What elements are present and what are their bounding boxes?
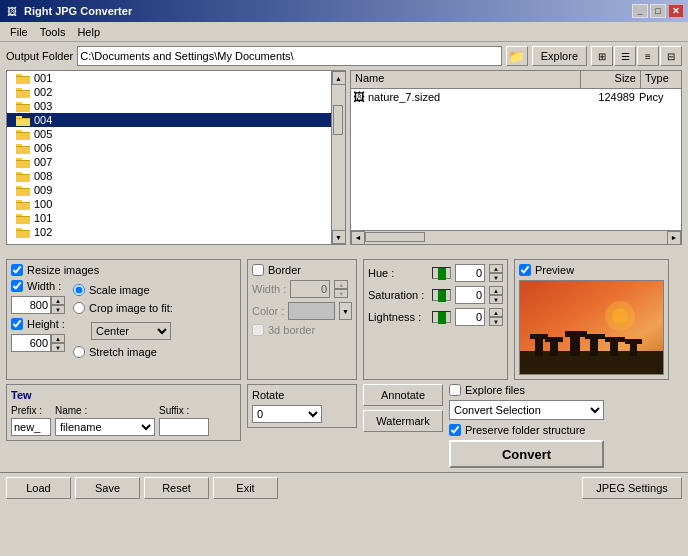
border-checkbox[interactable] — [252, 264, 264, 276]
menu-file[interactable]: File — [4, 24, 34, 40]
h-scroll-left[interactable]: ◄ — [351, 231, 365, 245]
tree-item[interactable]: 100 — [7, 197, 331, 211]
tew-label: Tew — [11, 389, 32, 401]
preserve-checkbox[interactable] — [449, 424, 461, 436]
tree-item[interactable]: 008 — [7, 169, 331, 183]
tree-item[interactable]: 004 — [7, 113, 331, 127]
folder-browse-button[interactable]: 📁 — [506, 46, 528, 66]
file-row-type: Рису — [639, 91, 679, 103]
minimize-button[interactable]: _ — [632, 4, 648, 18]
tree-item[interactable]: 007 — [7, 155, 331, 169]
width-spin-up[interactable]: ▲ — [51, 296, 65, 305]
border-width-spinner: ▲ ▼ — [334, 280, 348, 298]
file-row[interactable]: 🖼 nature_7.sized 124989 Рису — [351, 89, 681, 105]
filenames-header: Tew — [11, 389, 236, 401]
sat-spin-down[interactable]: ▼ — [489, 295, 503, 304]
3d-border-checkbox[interactable] — [252, 324, 264, 336]
stretch-label: Stretch image — [89, 346, 157, 358]
maximize-button[interactable]: □ — [650, 4, 666, 18]
scroll-up-button[interactable]: ▲ — [332, 71, 346, 85]
light-spin-up[interactable]: ▲ — [489, 308, 503, 317]
view-large-button[interactable]: ⊞ — [591, 46, 613, 66]
saturation-input[interactable] — [455, 286, 485, 304]
exit-button[interactable]: Exit — [213, 477, 278, 499]
saturation-slider[interactable] — [432, 289, 451, 301]
view-list-button[interactable]: ≡ — [637, 46, 659, 66]
file-row-name: 🖼 nature_7.sized — [353, 90, 579, 104]
tree-item[interactable]: 003 — [7, 99, 331, 113]
output-folder-input[interactable] — [77, 46, 501, 66]
explore-button[interactable]: Explore — [532, 46, 587, 66]
scroll-thumb[interactable] — [333, 105, 343, 135]
rotate-panel: Rotate 0 90 180 270 — [247, 384, 357, 428]
save-button[interactable]: Save — [75, 477, 140, 499]
lightness-slider[interactable] — [432, 311, 451, 323]
view-detail-button[interactable]: ⊟ — [660, 46, 682, 66]
annotate-panel: Annotate Watermark — [363, 384, 443, 432]
hue-spin-up[interactable]: ▲ — [489, 264, 503, 273]
controls-row1: Resize images Width : ▲ ▼ — [6, 259, 682, 380]
file-icon: 🖼 — [353, 90, 365, 104]
hue-slider[interactable] — [432, 267, 451, 279]
close-button[interactable]: ✕ — [668, 4, 684, 18]
tree-item[interactable]: 001 — [7, 71, 331, 85]
rotate-select[interactable]: 0 90 180 270 — [252, 405, 322, 423]
watermark-button[interactable]: Watermark — [363, 410, 443, 432]
svg-rect-5 — [16, 90, 30, 91]
saturation-row: Saturation : ▲ ▼ — [368, 286, 503, 304]
lightness-input[interactable] — [455, 308, 485, 326]
menu-tools[interactable]: Tools — [34, 24, 72, 40]
convert-button[interactable]: Convert — [449, 440, 604, 468]
prefix-input[interactable] — [11, 418, 51, 436]
explore-files-checkbox[interactable] — [449, 384, 461, 396]
crop-center-select[interactable]: Center — [91, 322, 171, 340]
width-spin-down[interactable]: ▼ — [51, 305, 65, 314]
width-checkbox[interactable] — [11, 280, 23, 292]
height-spin-down[interactable]: ▼ — [51, 343, 65, 352]
border-spin-up[interactable]: ▲ — [334, 280, 348, 289]
annotate-button[interactable]: Annotate — [363, 384, 443, 406]
light-spin-down[interactable]: ▼ — [489, 317, 503, 326]
load-button[interactable]: Load — [6, 477, 71, 499]
height-checkbox[interactable] — [11, 318, 23, 330]
color-box[interactable] — [288, 302, 334, 320]
view-small-button[interactable]: ☰ — [614, 46, 636, 66]
crop-radio[interactable] — [73, 302, 85, 314]
convert-selection-select[interactable]: Convert Selection — [449, 400, 604, 420]
tree-item[interactable]: 005 — [7, 127, 331, 141]
jpeg-settings-button[interactable]: JPEG Settings — [582, 477, 682, 499]
hue-input[interactable] — [455, 264, 485, 282]
explore-files-label: Explore files — [465, 384, 525, 396]
reset-button[interactable]: Reset — [144, 477, 209, 499]
height-input[interactable] — [11, 334, 51, 352]
color-dropdown[interactable]: ▼ — [339, 302, 352, 320]
border-width-input[interactable] — [290, 280, 330, 298]
scale-radio[interactable] — [73, 284, 85, 296]
tree-item[interactable]: 102 — [7, 225, 331, 239]
file-rows: 🖼 nature_7.sized 124989 Рису — [351, 89, 681, 230]
tree-panel: 001 002 003 — [6, 70, 346, 245]
hue-thumb — [438, 268, 446, 280]
height-spin-up[interactable]: ▲ — [51, 334, 65, 343]
border-spin-down[interactable]: ▼ — [334, 289, 348, 298]
h-scroll-right[interactable]: ► — [667, 231, 681, 245]
name-select[interactable]: filename — [55, 418, 155, 436]
sat-spin-up[interactable]: ▲ — [489, 286, 503, 295]
width-input[interactable] — [11, 296, 51, 314]
hue-spin-down[interactable]: ▼ — [489, 273, 503, 282]
tree-item[interactable]: 009 — [7, 183, 331, 197]
menu-help[interactable]: Help — [71, 24, 106, 40]
preview-checkbox[interactable] — [519, 264, 531, 276]
stretch-radio[interactable] — [73, 346, 85, 358]
suffix-input[interactable] — [159, 418, 209, 436]
scroll-down-button[interactable]: ▼ — [332, 230, 346, 244]
tree-item[interactable]: 002 — [7, 85, 331, 99]
tree-item[interactable]: 101 — [7, 211, 331, 225]
h-scroll-thumb[interactable] — [365, 232, 425, 242]
prefix-group: Prefix : — [11, 405, 51, 436]
preserve-check-row: Preserve folder structure — [449, 424, 604, 436]
tree-item[interactable]: 006 — [7, 141, 331, 155]
resize-checkbox[interactable] — [11, 264, 23, 276]
lightness-label: Lightness : — [368, 311, 428, 323]
height-spinner: ▲ ▼ — [51, 334, 65, 352]
